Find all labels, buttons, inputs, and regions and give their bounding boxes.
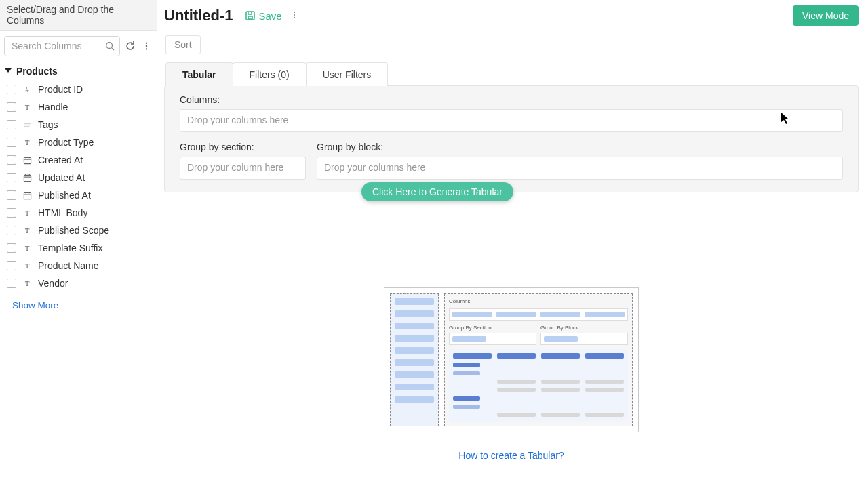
diagram-gbb-label: Group By Block: xyxy=(540,325,628,331)
field-checkbox[interactable] xyxy=(7,120,16,129)
group-by-section-drop-zone[interactable]: Drop your column here xyxy=(180,157,306,180)
field-checkbox[interactable] xyxy=(7,243,16,253)
svg-point-2 xyxy=(146,42,147,43)
svg-point-23 xyxy=(294,12,295,13)
field-label: Created At xyxy=(38,155,83,165)
tab-filters[interactable]: Filters (0) xyxy=(233,62,307,86)
field-row[interactable]: THandle xyxy=(7,98,154,116)
text-type-icon: T xyxy=(22,278,33,289)
svg-rect-22 xyxy=(248,16,252,19)
field-row[interactable]: Published At xyxy=(7,186,154,204)
svg-rect-9 xyxy=(24,157,31,163)
field-label: Updated At xyxy=(38,172,85,183)
field-row[interactable]: Created At xyxy=(7,151,154,169)
field-row[interactable]: Tags xyxy=(7,116,154,134)
field-row[interactable]: TTemplate Suffix xyxy=(7,239,154,257)
svg-point-24 xyxy=(294,14,295,16)
save-icon xyxy=(245,10,256,21)
group-by-section-label: Group by section: xyxy=(180,142,306,152)
number-type-icon: # xyxy=(22,84,33,95)
titlebar: Untitled-1 Save View Mode xyxy=(164,4,859,30)
tab-filters-label: Filters xyxy=(250,69,275,80)
field-label: Handle xyxy=(38,102,68,113)
text-type-icon: T xyxy=(22,207,33,218)
field-label: Published At xyxy=(38,190,91,201)
field-row[interactable]: TProduct Name xyxy=(7,257,154,274)
show-more-link[interactable]: Show More xyxy=(0,298,157,313)
field-row[interactable]: Updated At xyxy=(7,169,154,186)
svg-rect-13 xyxy=(24,175,31,181)
field-list: #Product IDTHandleTagsTProduct TypeCreat… xyxy=(0,81,157,298)
svg-line-1 xyxy=(112,48,115,51)
field-row[interactable]: TVendor xyxy=(7,274,154,292)
field-checkbox[interactable] xyxy=(7,226,16,235)
search-input[interactable] xyxy=(4,36,120,56)
columns-sidebar: Select/Drag and Drop the Columns Product… xyxy=(0,0,157,488)
text-type-icon: T xyxy=(22,225,33,236)
field-checkbox[interactable] xyxy=(7,155,16,165)
columns-label: Columns: xyxy=(180,94,843,105)
field-label: Product Type xyxy=(38,137,94,148)
search-icon xyxy=(105,41,115,51)
svg-rect-17 xyxy=(24,192,31,199)
field-row[interactable]: TPublished Scope xyxy=(7,222,154,239)
field-checkbox[interactable] xyxy=(7,173,16,182)
field-label: Vendor xyxy=(38,278,68,289)
text-type-icon: T xyxy=(22,243,33,253)
field-checkbox[interactable] xyxy=(7,208,16,218)
diagram-gbs-label: Group By Section: xyxy=(449,325,536,331)
field-checkbox[interactable] xyxy=(7,85,16,94)
sidebar-search-row xyxy=(0,30,157,62)
field-label: HTML Body xyxy=(38,207,87,218)
refresh-icon[interactable] xyxy=(124,40,136,52)
field-checkbox[interactable] xyxy=(7,138,16,147)
main-area: Untitled-1 Save View Mode Sort Tabular xyxy=(157,0,868,488)
sort-button[interactable]: Sort xyxy=(165,35,201,54)
tabular-diagram: Columns: Group By Section: Group By Bloc… xyxy=(384,287,639,432)
field-checkbox[interactable] xyxy=(7,261,16,270)
diagram-columns-label: Columns: xyxy=(449,298,628,304)
field-checkbox[interactable] xyxy=(7,190,16,200)
field-label: Tags xyxy=(38,119,58,130)
text-type-icon: T xyxy=(22,102,33,113)
tab-tabular[interactable]: Tabular xyxy=(165,62,233,86)
how-to-link[interactable]: How to create a Tabular? xyxy=(458,450,564,461)
save-label: Save xyxy=(258,10,281,22)
help-diagram-section: Columns: Group By Section: Group By Bloc… xyxy=(164,287,859,461)
field-group-label: Products xyxy=(16,66,58,77)
svg-point-0 xyxy=(106,43,113,49)
columns-drop-zone[interactable]: Drop your columns here xyxy=(180,109,843,132)
save-button[interactable]: Save xyxy=(245,10,281,22)
chevron-down-icon xyxy=(4,66,12,77)
sidebar-header: Select/Drag and Drop the Columns xyxy=(0,0,157,30)
title-more-icon[interactable] xyxy=(288,9,301,23)
view-mode-button[interactable]: View Mode xyxy=(793,5,859,26)
date-type-icon xyxy=(22,172,33,183)
field-label: Template Suffix xyxy=(38,243,102,253)
group-by-block-drop-zone[interactable]: Drop your columns here xyxy=(317,157,843,180)
field-label: Product ID xyxy=(38,84,83,95)
field-row[interactable]: TProduct Type xyxy=(7,134,154,151)
field-row[interactable]: #Product ID xyxy=(7,81,154,98)
svg-marker-5 xyxy=(5,68,12,73)
tab-filters-count: (0) xyxy=(278,69,290,80)
tag-type-icon xyxy=(22,119,33,130)
config-panel: Columns: Drop your columns here Group by… xyxy=(164,85,859,192)
sidebar-more-icon[interactable] xyxy=(140,40,153,52)
field-row[interactable]: THTML Body xyxy=(7,204,154,222)
date-type-icon xyxy=(22,155,33,165)
svg-point-25 xyxy=(294,16,295,18)
field-label: Product Name xyxy=(38,260,98,271)
svg-point-3 xyxy=(146,45,147,47)
tab-user-filters[interactable]: User Filters xyxy=(306,62,389,86)
config-tabs: Tabular Filters (0) User Filters xyxy=(165,62,859,86)
generate-tabular-button[interactable]: Click Here to Generate Tabular xyxy=(361,182,513,201)
group-by-block-label: Group by block: xyxy=(317,142,843,152)
field-group-header[interactable]: Products xyxy=(0,62,157,81)
field-checkbox[interactable] xyxy=(7,279,16,288)
field-checkbox[interactable] xyxy=(7,102,16,112)
text-type-icon: T xyxy=(22,137,33,148)
document-title: Untitled-1 xyxy=(164,7,233,24)
field-label: Published Scope xyxy=(38,225,109,236)
text-type-icon: T xyxy=(22,260,33,271)
